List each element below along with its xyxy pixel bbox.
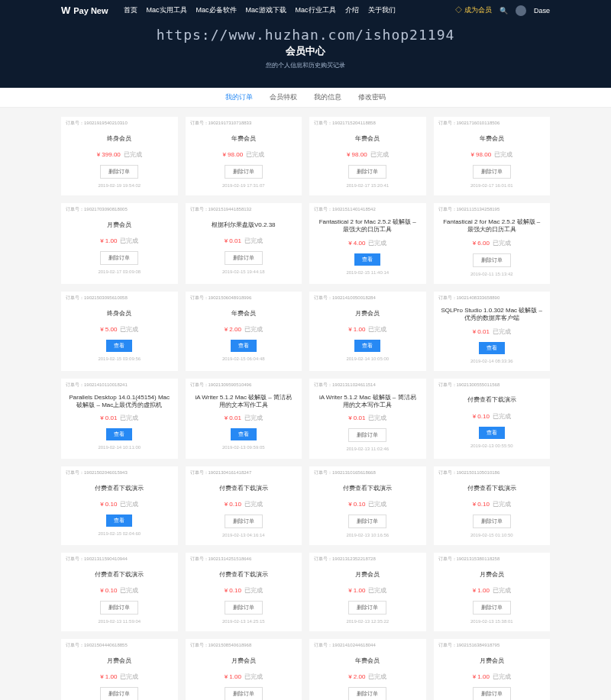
delete-button[interactable]: 删除订单 <box>100 601 138 615</box>
user-name[interactable]: Dase <box>534 7 550 15</box>
order-card: 订单号：19021501105010186付费查看下载演示¥ 0.10已完成删除… <box>434 466 551 545</box>
order-number: 订单号：19021502046015943 <box>66 469 128 476</box>
order-price: ¥ 0.10 <box>473 501 490 508</box>
order-card: 订单号：19021304161418247付费查看下载演示¥ 0.10已完成删除… <box>186 466 302 545</box>
order-title: 付费查看下载演示 <box>190 482 298 495</box>
order-price: ¥ 98.00 <box>347 151 367 158</box>
order-card: 订单号：19021115134258195Fantastical 2 for M… <box>434 203 551 284</box>
delete-button[interactable]: 删除订单 <box>100 165 138 179</box>
delete-button[interactable]: 删除订单 <box>348 515 386 528</box>
order-date: 2019-02-17 15:20:41 <box>314 183 422 188</box>
delete-button[interactable]: 删除订单 <box>225 601 263 615</box>
delete-button[interactable]: 删除订单 <box>225 165 263 179</box>
order-status: 已完成 <box>368 240 386 247</box>
nav-intro[interactable]: 介绍 <box>345 5 359 15</box>
order-card: 订单号：19021310165618668付费查看下载演示¥ 0.10已完成删除… <box>309 466 426 545</box>
order-title: 付费查看下载演示 <box>66 482 173 495</box>
order-date: 2019-02-13 04:16:14 <box>190 533 298 537</box>
order-card: 订单号：19021511401418542Fantastical 2 for M… <box>309 203 426 284</box>
order-price: ¥ 1.00 <box>473 673 490 680</box>
order-card: 订单号：19021311590410944付费查看下载演示¥ 0.10已完成删除… <box>61 553 178 631</box>
order-status: 已完成 <box>494 151 512 158</box>
view-button[interactable]: 查看 <box>106 428 132 440</box>
order-card: 订单号：19021408333658890SQLPro Studio 1.0.3… <box>434 292 551 371</box>
delete-button[interactable]: 删除订单 <box>473 165 511 179</box>
order-card: 订单号：19021919540210310终身会员¥ 399.00已完成删除订单… <box>61 117 178 195</box>
order-card: 订单号：19021519441858132根据利尔果盘版V0.2.38¥ 0.0… <box>186 203 302 284</box>
order-date: 2019-02-13 09:59:05 <box>190 445 298 450</box>
view-button[interactable]: 查看 <box>106 340 132 352</box>
nav-software[interactable]: Mac必备软件 <box>196 5 237 15</box>
order-date: 2019-02-15 02:04:60 <box>66 531 173 536</box>
page-subtitle: 您的个人信息和历史购买记录 <box>0 61 611 69</box>
vip-link[interactable]: ◇ 成为会员 <box>455 5 492 15</box>
order-card: 订单号：19021312352218728月费会员¥ 1.00已完成删除订单20… <box>309 553 426 631</box>
order-status: 已完成 <box>493 240 511 247</box>
order-date: 2019-02-13 00:55:50 <box>438 444 546 448</box>
order-status: 已完成 <box>493 501 511 508</box>
tab-password[interactable]: 修改密码 <box>358 92 386 102</box>
order-price: ¥ 0.10 <box>225 587 241 594</box>
order-title: Fantastical 2 for Mac 2.5.2 破解版 – 最强大的日历… <box>314 218 422 234</box>
tab-orders[interactable]: 我的订单 <box>225 92 253 102</box>
delete-button[interactable]: 删除订单 <box>473 253 511 267</box>
order-number: 订单号：19021508540618968 <box>190 642 252 649</box>
delete-button[interactable]: 删除订单 <box>473 515 511 528</box>
order-card: 订单号：19021315380118258月费会员¥ 1.00已完成删除订单20… <box>434 553 551 631</box>
delete-button[interactable]: 删除订单 <box>225 515 263 528</box>
nav-tools[interactable]: Mac实用工具 <box>147 5 187 15</box>
view-button[interactable]: 查看 <box>479 427 505 439</box>
logo[interactable]: W Pay New <box>61 5 108 16</box>
delete-button[interactable]: 删除订单 <box>473 601 511 615</box>
delete-button[interactable]: 删除订单 <box>225 687 263 700</box>
nav-games[interactable]: Mac游戏下载 <box>246 5 286 15</box>
delete-button[interactable]: 删除订单 <box>348 165 386 179</box>
order-card: 订单号：19021314251518646付费查看下载演示¥ 0.10已完成删除… <box>186 553 302 631</box>
order-price: ¥ 0.01 <box>225 237 241 244</box>
delete-button[interactable]: 删除订单 <box>348 601 386 615</box>
order-status: 已完成 <box>493 413 511 420</box>
order-title: 年费会员 <box>438 132 546 146</box>
order-price: ¥ 6.00 <box>473 240 490 247</box>
view-button[interactable]: 查看 <box>479 342 505 354</box>
order-number: 订单号：19021511401418542 <box>314 206 376 213</box>
order-title: 月费会员 <box>438 654 546 668</box>
tab-info[interactable]: 我的信息 <box>314 92 341 102</box>
order-number: 订单号：19021312352218728 <box>314 556 376 563</box>
search-icon[interactable]: 🔍 <box>499 7 508 15</box>
order-status: 已完成 <box>246 151 264 158</box>
order-date: 2019-02-15 19:44:18 <box>190 269 298 274</box>
order-status: 已完成 <box>493 673 511 680</box>
nav-about[interactable]: 关于我们 <box>368 5 396 15</box>
avatar[interactable] <box>516 5 526 16</box>
tab-vip[interactable]: 会员特权 <box>270 92 297 102</box>
order-number: 订单号：19021408333658890 <box>438 295 500 302</box>
view-button[interactable]: 查看 <box>354 253 380 266</box>
nav-industry[interactable]: Mac行业工具 <box>296 5 336 15</box>
logo-icon: W <box>61 5 70 16</box>
view-button[interactable]: 查看 <box>231 428 257 440</box>
order-number: 订单号：19021115134258195 <box>438 206 500 213</box>
delete-button[interactable]: 删除订单 <box>225 251 263 265</box>
order-card: 订单号：19021311024611514iA Writer 5.1.2 Mac… <box>309 379 426 460</box>
order-title: 付费查看下载演示 <box>438 482 546 495</box>
order-status: 已完成 <box>244 415 263 421</box>
delete-button[interactable]: 删除订单 <box>100 251 138 265</box>
delete-button[interactable]: 删除订单 <box>473 687 511 700</box>
order-number: 订单号：19021410050018284 <box>314 295 376 302</box>
view-button[interactable]: 查看 <box>231 340 257 352</box>
delete-button[interactable]: 删除订单 <box>348 687 386 700</box>
order-number: 订单号：19021519441858132 <box>190 206 252 213</box>
logo-text: Pay New <box>73 6 108 15</box>
header: W Pay New 首页 Mac实用工具 Mac必备软件 Mac游戏下载 Mac… <box>0 0 611 21</box>
delete-button[interactable]: 删除订单 <box>100 687 138 700</box>
order-number: 订单号：19021310165618668 <box>314 469 376 476</box>
order-status: 已完成 <box>244 237 263 244</box>
order-status: 已完成 <box>120 415 138 421</box>
view-button[interactable]: 查看 <box>354 340 380 352</box>
order-price: ¥ 1.00 <box>348 587 365 594</box>
delete-button[interactable]: 删除订单 <box>348 428 386 442</box>
nav-home[interactable]: 首页 <box>124 5 137 15</box>
order-price: ¥ 2.00 <box>348 673 365 680</box>
view-button[interactable]: 查看 <box>106 515 132 527</box>
